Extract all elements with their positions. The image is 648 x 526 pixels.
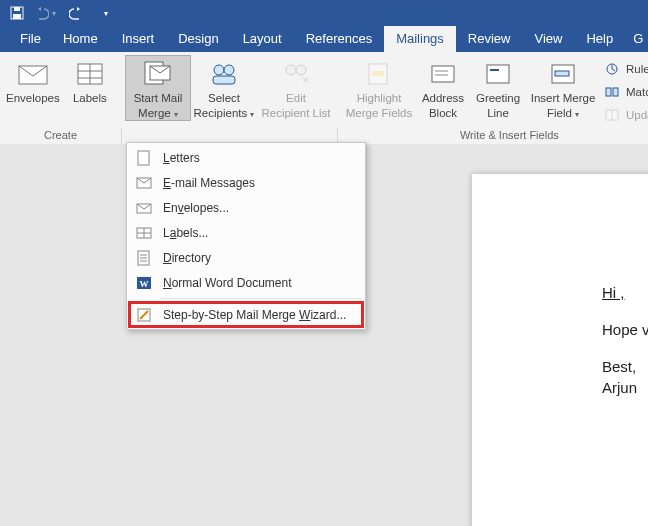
wizard-icon (135, 306, 153, 324)
edit-recipient-list-button[interactable]: Edit Recipient List (258, 56, 334, 120)
edit-list-icon (280, 58, 312, 90)
title-bar: ▾ ▾ (0, 0, 648, 26)
doc-name-line: Arjun (602, 379, 648, 396)
match-fields-icon (604, 84, 620, 100)
word-doc-icon: W (135, 274, 153, 292)
address-block-button[interactable]: Address Block (416, 56, 470, 120)
envelopes-button[interactable]: Envelopes (4, 56, 62, 105)
menu-directory[interactable]: Directory (129, 245, 363, 270)
svg-text:W: W (140, 279, 149, 289)
svg-rect-1 (13, 14, 21, 19)
select-recipients-l1: Select (208, 92, 240, 105)
save-icon (10, 6, 24, 20)
svg-rect-29 (138, 151, 149, 165)
tab-home[interactable]: Home (51, 26, 110, 52)
menu-normal-label: Normal Word Document (163, 276, 292, 290)
tab-insert[interactable]: Insert (110, 26, 167, 52)
address-block-icon (427, 58, 459, 90)
edit-recipient-l2: Recipient List (261, 107, 330, 120)
menu-letters[interactable]: Letters (129, 145, 363, 170)
menu-normal-doc[interactable]: W Normal Word Document (129, 270, 363, 295)
menu-envelopes[interactable]: Envelopes... (129, 195, 363, 220)
envelope-small-icon (135, 199, 153, 217)
doc-hi-line: Hi , (602, 284, 625, 301)
undo-caret-icon[interactable]: ▾ (52, 9, 56, 18)
chevron-down-icon: ▾ (575, 110, 579, 119)
redo-icon (69, 6, 85, 20)
qat-customize-caret-icon[interactable]: ▾ (104, 9, 108, 18)
chevron-down-icon: ▾ (250, 110, 254, 119)
labels-icon (74, 58, 106, 90)
recipients-icon (208, 58, 240, 90)
labels-label: Labels (73, 92, 107, 105)
update-labels-button[interactable]: Update L (600, 104, 648, 126)
group-create-label: Create (0, 128, 122, 144)
highlight-merge-fields-button[interactable]: Highlight Merge Fields (342, 56, 416, 120)
email-icon (135, 174, 153, 192)
mail-merge-icon (142, 58, 174, 90)
insert-field-l2: Field (547, 107, 572, 119)
tab-help[interactable]: Help (574, 26, 625, 52)
svg-rect-16 (372, 71, 384, 76)
greeting-icon (482, 58, 514, 90)
svg-point-10 (214, 65, 224, 75)
select-recipients-button[interactable]: Select Recipients ▾ (190, 56, 258, 120)
menu-labels[interactable]: Labels... (129, 220, 363, 245)
greeting-l2: Line (487, 107, 509, 120)
address-l1: Address (422, 92, 464, 105)
menu-letters-label: Letters (163, 151, 200, 165)
greeting-l1: Greeting (476, 92, 520, 105)
svg-rect-17 (432, 66, 454, 82)
svg-rect-23 (555, 71, 569, 76)
highlight-icon (363, 58, 395, 90)
group-start-mail-merge: Start Mail Merge ▾ Select Recipients ▾ E… (122, 52, 338, 144)
tab-file[interactable]: File (14, 26, 51, 52)
highlight-l2: Merge Fields (346, 107, 412, 120)
doc-best-line: Best, (602, 358, 648, 375)
svg-point-14 (296, 65, 306, 75)
match-fields-button[interactable]: Match Fi (600, 81, 648, 103)
tab-references[interactable]: References (294, 26, 384, 52)
tab-view[interactable]: View (522, 26, 574, 52)
update-labels-label: Update L (626, 109, 648, 121)
menu-wizard-label: Step-by-Step Mail Merge Wizard... (163, 308, 346, 322)
edit-recipient-l1: Edit (286, 92, 306, 105)
start-mail-merge-menu: Letters E-mail Messages Envelopes... Lab… (126, 142, 366, 330)
undo-icon (33, 6, 49, 20)
rules-label: Rules (626, 63, 648, 75)
letter-icon (135, 149, 153, 167)
insert-merge-field-button[interactable]: Insert Merge Field ▾ (526, 56, 600, 120)
rules-icon (604, 61, 620, 77)
update-labels-icon (604, 107, 620, 123)
group-write-insert-label: Write & Insert Fields (338, 128, 648, 144)
redo-button[interactable] (66, 2, 88, 24)
highlight-l1: Highlight (357, 92, 402, 105)
menu-email[interactable]: E-mail Messages (129, 170, 363, 195)
start-mail-merge-button[interactable]: Start Mail Merge ▾ (126, 56, 190, 120)
undo-button[interactable] (30, 2, 52, 24)
save-button[interactable] (6, 2, 28, 24)
doc-hope-line: Hope v (602, 321, 648, 338)
address-l2: Block (429, 107, 457, 120)
labels-small-icon (135, 224, 153, 242)
ribbon-tabs: File Home Insert Design Layout Reference… (0, 26, 648, 52)
tab-layout[interactable]: Layout (231, 26, 294, 52)
svg-rect-12 (213, 76, 235, 84)
tab-mailings[interactable]: Mailings (384, 26, 456, 52)
group-create: Envelopes Labels Create (0, 52, 122, 144)
select-recipients-l2: Recipients (194, 107, 248, 119)
tab-design[interactable]: Design (166, 26, 230, 52)
document-page[interactable]: Hi , Hope v Best, Arjun (472, 174, 648, 526)
svg-point-11 (224, 65, 234, 75)
tab-review[interactable]: Review (456, 26, 523, 52)
labels-button[interactable]: Labels (62, 56, 118, 105)
directory-icon (135, 249, 153, 267)
quick-access-toolbar: ▾ ▾ (6, 2, 108, 24)
rules-button[interactable]: Rules▾ (600, 58, 648, 80)
svg-rect-25 (606, 88, 611, 96)
greeting-line-button[interactable]: Greeting Line (470, 56, 526, 120)
svg-rect-26 (613, 88, 618, 96)
envelopes-label: Envelopes (6, 92, 60, 105)
tab-extra[interactable]: G (625, 26, 643, 52)
menu-wizard[interactable]: Step-by-Step Mail Merge Wizard... (129, 302, 363, 327)
